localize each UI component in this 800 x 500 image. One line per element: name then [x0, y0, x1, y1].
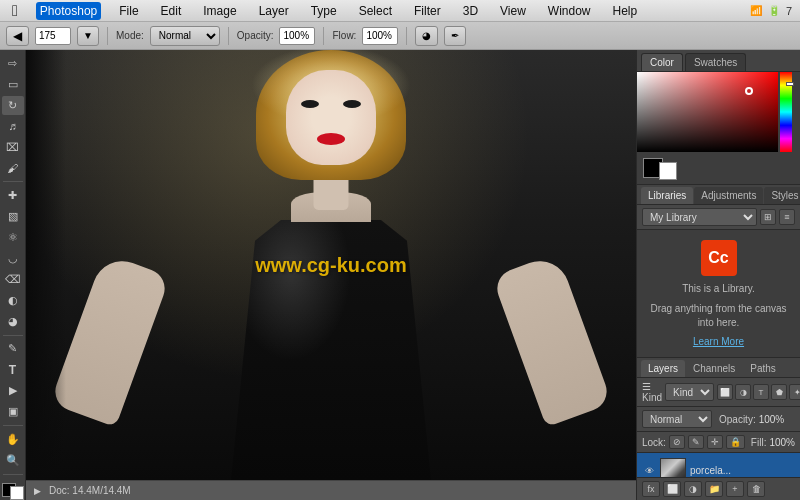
canvas-area[interactable]: www.cg-ku.com ▶ Doc: 14.4M/14.4M: [26, 50, 636, 500]
lib-desc-1: This is a Library.: [682, 282, 755, 296]
dress-body: [231, 220, 431, 480]
type-tool[interactable]: T: [2, 360, 24, 379]
library-grid-btn[interactable]: ⊞: [760, 209, 776, 225]
eyedropper-tool[interactable]: 🖌: [2, 159, 24, 178]
color-picker-area[interactable]: [637, 72, 778, 152]
opacity-input[interactable]: [279, 27, 315, 45]
color-panel-tabs: Color Swatches: [637, 50, 800, 72]
mode-label: Mode:: [116, 30, 144, 41]
add-style-btn[interactable]: fx: [642, 481, 660, 497]
menu-edit[interactable]: Edit: [157, 2, 186, 20]
menu-file[interactable]: File: [115, 2, 142, 20]
brush-size-input[interactable]: [35, 27, 71, 45]
add-adjustment-btn[interactable]: ◑: [684, 481, 702, 497]
tab-color[interactable]: Color: [641, 53, 683, 71]
layers-tabs: Layers Channels Paths: [637, 358, 800, 378]
right-panel: Color Swatches Libraries Adjustments: [636, 50, 800, 500]
lock-pixels-btn[interactable]: ✎: [688, 435, 704, 449]
time-display: 7: [786, 5, 792, 17]
path-select-tool[interactable]: ▶: [2, 381, 24, 400]
library-select[interactable]: My Library: [642, 208, 757, 226]
brush-preset-btn[interactable]: ▼: [77, 26, 99, 46]
add-layer-btn[interactable]: +: [726, 481, 744, 497]
toolbar: ⇨ ▭ ↻ ♬ ⌧ 🖌 ✚ ▧ ⚛ ◡ ⌫ ◐ ◕ ✎ T ▶ ▣: [0, 50, 26, 500]
history-brush-tool[interactable]: ◡: [2, 249, 24, 268]
pen-tool[interactable]: ✎: [2, 340, 24, 359]
background-color[interactable]: [10, 486, 24, 500]
lock-transparent-btn[interactable]: ⊘: [669, 435, 685, 449]
options-bar: ◀ ▼ Mode: Normal Opacity: Flow: ◕ ✒: [0, 22, 800, 50]
hue-cursor: [786, 82, 794, 86]
lock-label: Lock:: [642, 437, 666, 448]
color-swatches[interactable]: [2, 483, 24, 500]
filter-adj-icon[interactable]: ◑: [735, 384, 751, 400]
filter-icons: ⬜ ◑ T ⬟ ✦: [717, 384, 800, 400]
tab-adjustments[interactable]: Adjustments: [694, 187, 763, 204]
filter-type-icon[interactable]: T: [753, 384, 769, 400]
tab-styles[interactable]: Styles: [764, 187, 800, 204]
lock-position-btn[interactable]: ✛: [707, 435, 723, 449]
selection-tool[interactable]: ▭: [2, 75, 24, 94]
clone-tool[interactable]: ⚛: [2, 228, 24, 247]
fill-value[interactable]: 100%: [769, 437, 795, 448]
color-picker[interactable]: [637, 72, 800, 152]
tab-paths[interactable]: Paths: [743, 360, 783, 377]
opacity-value[interactable]: 100%: [759, 414, 785, 425]
tablet-pressure-btn[interactable]: ✒: [444, 26, 466, 46]
delete-layer-btn[interactable]: 🗑: [747, 481, 765, 497]
move-tool[interactable]: ⇨: [2, 54, 24, 73]
shape-tool[interactable]: ▣: [2, 402, 24, 421]
lib-desc-2: Drag anything from the canvas into here.: [645, 302, 792, 330]
menu-view[interactable]: View: [496, 2, 530, 20]
layer-row-0[interactable]: 👁 porcela...: [637, 453, 800, 477]
color-picker-cursor: [745, 87, 753, 95]
healing-tool[interactable]: ✚: [2, 186, 24, 205]
eraser-tool[interactable]: ⌫: [2, 270, 24, 289]
add-mask-btn[interactable]: ⬜: [663, 481, 681, 497]
menu-filter[interactable]: Filter: [410, 2, 445, 20]
blend-mode-select[interactable]: Normal: [642, 410, 712, 428]
lib-learn-more[interactable]: Learn More: [693, 336, 744, 347]
gradient-tool[interactable]: ◐: [2, 291, 24, 310]
lasso-tool[interactable]: ↻: [2, 96, 24, 115]
blur-tool[interactable]: ◕: [2, 312, 24, 331]
color-panel: Color Swatches: [637, 50, 800, 185]
menu-select[interactable]: Select: [355, 2, 396, 20]
lock-all-btn[interactable]: 🔒: [726, 435, 745, 449]
quick-select-tool[interactable]: ♬: [2, 117, 24, 136]
menu-help[interactable]: Help: [609, 2, 642, 20]
layers-bottom-bar: fx ⬜ ◑ 📁 + 🗑: [637, 477, 800, 500]
background-swatch[interactable]: [659, 162, 677, 180]
tab-layers[interactable]: Layers: [641, 360, 685, 377]
filter-shape-icon[interactable]: ⬟: [771, 384, 787, 400]
menu-window[interactable]: Window: [544, 2, 595, 20]
battery-icon: 🔋: [768, 5, 780, 16]
zoom-tool[interactable]: 🔍: [2, 451, 24, 470]
menu-3d[interactable]: 3D: [459, 2, 482, 20]
filter-kind-select[interactable]: Kind: [665, 383, 714, 401]
layer-name-0[interactable]: porcela...: [690, 465, 795, 476]
photo-background: www.cg-ku.com: [26, 50, 636, 480]
flow-input[interactable]: [362, 27, 398, 45]
tab-libraries[interactable]: Libraries: [641, 187, 693, 204]
crop-tool[interactable]: ⌧: [2, 138, 24, 157]
tab-swatches[interactable]: Swatches: [685, 53, 746, 71]
filter-smart-icon[interactable]: ✦: [789, 384, 800, 400]
layer-visibility-0[interactable]: 👁: [642, 464, 656, 478]
menu-type[interactable]: Type: [307, 2, 341, 20]
tab-channels[interactable]: Channels: [686, 360, 742, 377]
library-menu-btn[interactable]: ≡: [779, 209, 795, 225]
mode-select[interactable]: Normal: [150, 26, 220, 46]
hand-tool[interactable]: ✋: [2, 430, 24, 449]
back-button[interactable]: ◀: [6, 26, 29, 46]
brush-tool[interactable]: ▧: [2, 207, 24, 226]
menu-photoshop[interactable]: Photoshop: [36, 2, 101, 20]
doc-info: Doc: 14.4M/14.4M: [49, 485, 131, 496]
menu-layer[interactable]: Layer: [255, 2, 293, 20]
airbrush-btn[interactable]: ◕: [415, 26, 438, 46]
apple-menu[interactable]: : [8, 0, 22, 22]
filter-pixel-icon[interactable]: ⬜: [717, 384, 733, 400]
menu-image[interactable]: Image: [199, 2, 240, 20]
lips: [317, 133, 345, 145]
add-group-btn[interactable]: 📁: [705, 481, 723, 497]
